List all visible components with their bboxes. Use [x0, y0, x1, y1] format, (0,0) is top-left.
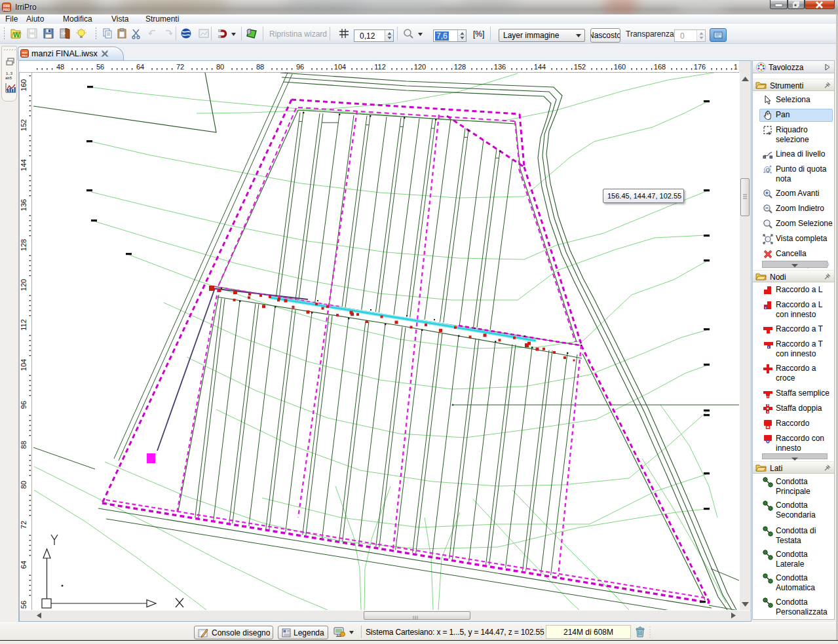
svg-text:ab5: ab5	[5, 76, 12, 80]
svg-text:56: 56	[96, 63, 104, 71]
svg-text:136: 136	[494, 63, 506, 71]
svg-text:88: 88	[20, 441, 28, 449]
svg-text:Q: Q	[766, 167, 770, 173]
svg-text:120: 120	[20, 279, 28, 291]
svg-text:120: 120	[414, 63, 426, 71]
svg-text:128: 128	[20, 239, 28, 251]
svg-text:96: 96	[20, 401, 28, 409]
svg-text:176: 176	[694, 63, 706, 71]
svg-text:136: 136	[20, 199, 28, 211]
svg-text:80: 80	[216, 63, 224, 71]
svg-text:104: 104	[20, 359, 28, 371]
svg-text:112: 112	[374, 63, 386, 71]
svg-text:64: 64	[136, 63, 144, 71]
svg-text:160: 160	[614, 63, 626, 71]
svg-text:128: 128	[454, 63, 466, 71]
svg-text:152: 152	[20, 119, 28, 131]
svg-text:56: 56	[20, 601, 28, 609]
svg-text:W: W	[13, 31, 20, 39]
svg-text:152: 152	[574, 63, 586, 71]
svg-text:144: 144	[534, 63, 546, 71]
svg-text:168: 168	[654, 63, 666, 71]
svg-text:144: 144	[20, 159, 28, 171]
svg-text:80: 80	[20, 481, 28, 489]
svg-text:104: 104	[334, 63, 346, 71]
svg-text:72: 72	[176, 63, 184, 71]
svg-text:96: 96	[296, 63, 304, 71]
svg-text:112: 112	[20, 319, 28, 331]
svg-text:184: 184	[734, 63, 737, 71]
svg-text:88: 88	[256, 63, 264, 71]
svg-text:48: 48	[56, 63, 64, 71]
svg-text:160: 160	[20, 79, 28, 91]
svg-text:64: 64	[20, 561, 28, 569]
svg-text:...: ...	[48, 35, 52, 39]
svg-text:72: 72	[20, 521, 28, 529]
svg-text:1..3: 1..3	[6, 71, 13, 75]
